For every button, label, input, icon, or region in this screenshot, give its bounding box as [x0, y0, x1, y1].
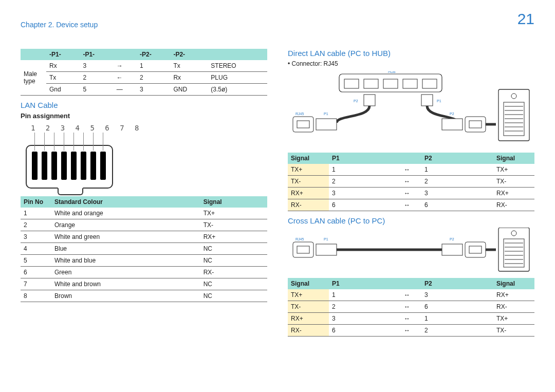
pin-assignment-table: Pin No Standard Colour Signal 1White and…	[21, 196, 267, 302]
left-column: -P1- -P1- -P2- -P2- Male type Rx3→1TxSTE…	[21, 49, 267, 382]
svg-rect-38	[498, 228, 529, 271]
direct-lan-diagram: HUB P2 P1 RJ45 P1 P2	[288, 71, 534, 148]
pin-icon	[71, 152, 77, 180]
svg-rect-11	[297, 121, 309, 128]
lan-cable-title: LAN Cable	[21, 101, 267, 109]
table-row: 5White and blueNC	[21, 255, 267, 267]
svg-rect-17	[469, 121, 482, 128]
svg-rect-36	[469, 246, 482, 253]
table-row: 6GreenRX-	[21, 267, 267, 278]
svg-rect-0	[339, 74, 442, 92]
table-row: Gnd5—3GND(3.5ø)	[21, 84, 267, 96]
pin-icon	[100, 152, 106, 180]
svg-rect-16	[465, 117, 486, 132]
chapter-heading: Chapter 2. Device setup	[21, 21, 98, 29]
pin-icon	[51, 152, 57, 180]
table-row: 3White and greenRX+	[21, 231, 267, 243]
table-row: 8BrownNC	[21, 290, 267, 302]
svg-rect-7	[421, 95, 433, 106]
svg-rect-2	[364, 79, 378, 88]
table-row: 4BlueNC	[21, 243, 267, 255]
svg-rect-10	[293, 117, 313, 132]
svg-text:P1: P1	[437, 99, 441, 103]
page-content: -P1- -P1- -P2- -P2- Male type Rx3→1TxSTE…	[21, 49, 534, 382]
cross-lan-title: Cross LAN cable (PC to PC)	[288, 216, 534, 225]
cross-lan-diagram: RJ45 P1 P2	[288, 228, 534, 274]
svg-text:P2: P2	[354, 99, 358, 103]
svg-rect-5	[422, 79, 437, 88]
svg-text:P2: P2	[450, 237, 454, 241]
svg-rect-3	[383, 79, 398, 88]
svg-rect-31	[316, 244, 337, 255]
hub-label: HUB	[388, 71, 396, 73]
table-row: RX+3↔1TX+	[288, 313, 534, 325]
table-row: RX+3↔3RX+	[288, 188, 534, 199]
table-row: TX+1↔3RX+	[288, 289, 534, 301]
svg-text:RJ45: RJ45	[295, 237, 304, 241]
svg-rect-1	[344, 79, 359, 88]
pin-numbers: 1 2 3 4 5 6 7 8	[31, 124, 267, 132]
connector-label: • Connector: RJ45	[288, 60, 534, 67]
svg-rect-6	[364, 95, 375, 106]
table-row: Male type Rx3→1TxSTEREO	[21, 60, 267, 72]
rj45-connector-diagram	[26, 132, 113, 189]
table-row: RX-6↔2TX-	[288, 325, 534, 337]
pin-icon	[42, 152, 47, 180]
svg-text:P1: P1	[324, 237, 328, 241]
direct-lan-table: Signal P1 P2 Signal TX+1↔1TX+TX-2↔2TX-RX…	[288, 153, 534, 211]
table-row: TX-2↔2TX-	[288, 176, 534, 188]
stereo-plug-table: -P1- -P1- -P2- -P2- Male type Rx3→1TxSTE…	[21, 49, 267, 96]
svg-rect-29	[293, 242, 313, 257]
table-row: TX-2↔6RX-	[288, 301, 534, 313]
table-row: 7White and brownNC	[21, 278, 267, 290]
svg-rect-35	[465, 242, 486, 257]
svg-point-20	[511, 94, 516, 99]
svg-rect-12	[316, 119, 337, 130]
right-column: Direct LAN cable (PC to HUB) • Connector…	[288, 49, 534, 382]
direct-lan-title: Direct LAN cable (PC to HUB)	[288, 49, 534, 58]
svg-text:P2: P2	[450, 112, 454, 116]
svg-rect-30	[297, 246, 309, 253]
svg-rect-19	[498, 89, 529, 141]
svg-rect-4	[403, 79, 417, 88]
svg-point-39	[511, 231, 516, 236]
svg-rect-34	[442, 244, 462, 255]
pin-assignment-title: Pin assignment	[21, 112, 267, 120]
cross-lan-table: Signal P1 P2 Signal TX+1↔3RX+TX-2↔6RX-RX…	[288, 278, 534, 337]
pin-icon	[81, 152, 86, 180]
page-number: 21	[517, 10, 534, 28]
table-row: TX+1↔1TX+	[288, 164, 534, 176]
pin-icon	[90, 152, 96, 180]
table-row: Tx2←2RxPLUG	[21, 72, 267, 84]
svg-rect-15	[442, 119, 462, 130]
svg-text:P1: P1	[324, 112, 328, 116]
table-row: 1White and orangeTX+	[21, 208, 267, 219]
table-row: RX-6↔6RX-	[288, 199, 534, 211]
pin-icon	[61, 152, 67, 180]
pin-icon	[32, 152, 38, 180]
table-row: 2OrangeTX-	[21, 219, 267, 231]
svg-text:RJ45: RJ45	[295, 112, 304, 116]
